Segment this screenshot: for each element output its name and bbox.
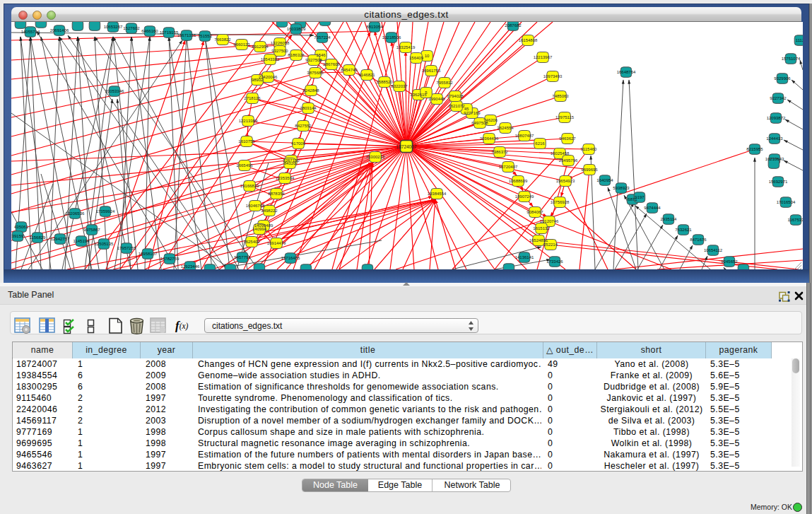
svg-text:751552: 751552 — [198, 34, 213, 38]
svg-text:1610755: 1610755 — [238, 139, 255, 144]
svg-text:18907249: 18907249 — [515, 194, 534, 199]
svg-text:140994: 140994 — [252, 227, 267, 231]
svg-text:2087682: 2087682 — [505, 23, 522, 28]
svg-text:25495796: 25495796 — [559, 158, 578, 163]
svg-text:156409: 156409 — [409, 56, 424, 60]
svg-text:7485063: 7485063 — [552, 94, 569, 98]
svg-text:9699695: 9699695 — [581, 168, 598, 172]
svg-text:9329906: 9329906 — [774, 76, 791, 81]
svg-text:12505135: 12505135 — [95, 242, 114, 246]
svg-text:6466160: 6466160 — [141, 29, 158, 33]
svg-text:9227342: 9227342 — [770, 96, 787, 100]
svg-text:13226058: 13226058 — [271, 41, 290, 45]
svg-text:9197: 9197 — [635, 195, 645, 199]
svg-text:16033809: 16033809 — [287, 27, 306, 31]
svg-text:9327508: 9327508 — [305, 58, 322, 62]
svg-text:10025458: 10025458 — [551, 151, 570, 156]
svg-text:6216: 6216 — [535, 141, 545, 146]
svg-text:12213389: 12213389 — [239, 119, 258, 123]
svg-text:16210643: 16210643 — [765, 157, 784, 161]
svg-text:12942757: 12942757 — [51, 237, 70, 241]
svg-text:8878354: 8878354 — [268, 192, 285, 196]
svg-text:7357224: 7357224 — [314, 35, 331, 40]
svg-text:12975115: 12975115 — [555, 115, 575, 119]
svg-text:9327500: 9327500 — [271, 49, 288, 53]
svg-text:1546: 1546 — [316, 53, 326, 57]
svg-text:16782759: 16782759 — [160, 257, 180, 261]
svg-text:2718126: 2718126 — [244, 96, 261, 100]
svg-text:1665496: 1665496 — [236, 163, 253, 168]
svg-text:1244413: 1244413 — [766, 136, 783, 141]
svg-text:8471676: 8471676 — [690, 238, 707, 242]
svg-text:3624554: 3624554 — [497, 126, 514, 130]
svg-text:10543382: 10543382 — [261, 57, 280, 62]
svg-text:25300215: 25300215 — [366, 155, 385, 159]
svg-text:9146821: 9146821 — [358, 73, 375, 77]
svg-text:1527602: 1527602 — [123, 26, 140, 30]
svg-text:8912954: 8912954 — [252, 45, 269, 49]
svg-text:14136141: 14136141 — [515, 255, 534, 259]
svg-text:9084067: 9084067 — [526, 210, 543, 214]
svg-text:8322037: 8322037 — [391, 84, 408, 88]
svg-text:16648764: 16648764 — [617, 70, 636, 74]
svg-text:9660123: 9660123 — [233, 42, 250, 47]
svg-text:12353594: 12353594 — [276, 176, 295, 180]
svg-text:417006: 417006 — [291, 141, 306, 146]
svg-text:9245652: 9245652 — [721, 259, 738, 264]
svg-text:13325419: 13325419 — [396, 45, 416, 49]
svg-text:10958107: 10958107 — [139, 252, 158, 256]
svg-text:2867608: 2867608 — [323, 62, 340, 66]
svg-text:10688609: 10688609 — [509, 179, 528, 183]
svg-text:10973493: 10973493 — [543, 74, 563, 78]
svg-text:8813054: 8813054 — [366, 25, 383, 29]
svg-text:1733426: 1733426 — [546, 259, 563, 264]
svg-text:9242848: 9242848 — [302, 88, 319, 93]
svg-text:12093872: 12093872 — [767, 116, 786, 120]
svg-text:20691406: 20691406 — [50, 28, 69, 33]
svg-text:9115460: 9115460 — [581, 147, 598, 151]
svg-text:1156829: 1156829 — [30, 235, 47, 240]
svg-text:9463627: 9463627 — [559, 136, 576, 141]
svg-text:7386372: 7386372 — [491, 150, 508, 154]
svg-text:19654923: 19654923 — [556, 179, 575, 183]
svg-text:16671355: 16671355 — [177, 33, 196, 37]
svg-text:12923446: 12923446 — [181, 264, 200, 269]
svg-text:19384554: 19384554 — [428, 192, 447, 196]
svg-text:7632621: 7632621 — [675, 228, 692, 232]
svg-text:15716485: 15716485 — [281, 256, 300, 260]
svg-text:8454749: 8454749 — [341, 68, 358, 72]
svg-text:20364436: 20364436 — [480, 136, 499, 141]
svg-text:20206536: 20206536 — [66, 211, 85, 216]
svg-text:5938923: 5938923 — [613, 186, 630, 190]
svg-text:1990448: 1990448 — [428, 97, 445, 101]
svg-text:17016504: 17016504 — [777, 200, 796, 204]
svg-text:84320: 84320 — [284, 161, 296, 165]
svg-text:8427552: 8427552 — [295, 124, 312, 128]
svg-text:20053346: 20053346 — [105, 89, 124, 93]
svg-text:15720407: 15720407 — [499, 165, 518, 169]
svg-text:10654112: 10654112 — [704, 248, 723, 252]
svg-text:16154808: 16154808 — [519, 38, 538, 42]
svg-text:9777169: 9777169 — [464, 111, 481, 115]
svg-text:7625402: 7625402 — [243, 240, 260, 244]
svg-text:6794028: 6794028 — [447, 94, 464, 98]
svg-text:1615132: 1615132 — [533, 226, 550, 230]
svg-text:3875685: 3875685 — [307, 71, 324, 75]
svg-text:10653267: 10653267 — [104, 25, 123, 29]
svg-text:17359924: 17359924 — [96, 209, 115, 214]
svg-text:15751074: 15751074 — [782, 57, 801, 61]
svg-text:1640954: 1640954 — [596, 178, 613, 182]
svg-text:18724007: 18724007 — [396, 144, 417, 149]
svg-text:19166829: 19166829 — [240, 184, 259, 188]
svg-text:2935114: 2935114 — [661, 217, 678, 221]
svg-text:9975867: 9975867 — [83, 228, 100, 232]
svg-text:6497508: 6497508 — [471, 121, 488, 125]
svg-text:10: 10 — [425, 54, 430, 58]
svg-text:98902: 98902 — [252, 78, 264, 82]
svg-text:1145194: 1145194 — [73, 239, 90, 243]
svg-text:1167533: 1167533 — [788, 218, 803, 222]
svg-text:7663822: 7663822 — [214, 37, 231, 42]
svg-text:10756928: 10756928 — [551, 200, 570, 204]
svg-text:435061: 435061 — [14, 225, 29, 229]
svg-text:14055714: 14055714 — [21, 30, 40, 34]
